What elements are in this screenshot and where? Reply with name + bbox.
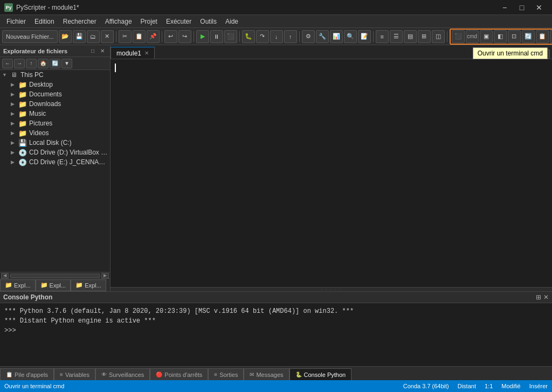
fe-bottom-tabs: 📁 Expl... 📁 Expl... 📁 Expl... <box>0 278 110 291</box>
tb-hl3[interactable]: ▣ <box>480 30 493 43</box>
tree-item-videos[interactable]: ▶ 📁 Videos <box>0 128 110 138</box>
menu-fichier[interactable]: Fichier <box>2 17 30 26</box>
menu-outils[interactable]: Outils <box>196 17 221 26</box>
window-title: PyScripter - module1* <box>16 4 79 11</box>
fe-refresh[interactable]: 🔄 <box>50 59 60 68</box>
tb-extra2[interactable]: 🔧 <box>316 30 329 43</box>
fe-nav-home[interactable]: 🏠 <box>38 59 49 68</box>
paste-button[interactable]: 📌 <box>147 30 160 43</box>
step-out-button[interactable]: ↑ <box>284 30 297 43</box>
menu-bar: Fichier Edition Rechercher Affichage Pro… <box>0 15 552 28</box>
console-prompt-line: >>> <box>4 326 548 335</box>
fe-tab-2[interactable]: 📁 Expl... <box>36 279 71 291</box>
menu-aide[interactable]: Aide <box>221 17 243 26</box>
tb-extra8[interactable]: ▤ <box>404 30 417 43</box>
maximize-button[interactable]: □ <box>513 1 530 14</box>
terminal-icon-button[interactable]: ⬛ <box>452 30 465 43</box>
menu-affichage[interactable]: Affichage <box>101 17 136 26</box>
tb-extra9[interactable]: ⊞ <box>418 30 431 43</box>
tab-pile-appels[interactable]: 📋 Pile d'appels <box>0 368 54 380</box>
pause-button[interactable]: ⏸ <box>210 30 223 43</box>
fe-tab1-label: Expl... <box>14 282 31 289</box>
debug-button[interactable]: 🐛 <box>242 30 255 43</box>
cmd-button[interactable]: cmd <box>466 30 479 43</box>
tree-item-desktop[interactable]: ▶ 📁 Desktop <box>0 80 110 89</box>
fe-float-button[interactable]: □ <box>88 47 97 55</box>
menu-executer[interactable]: Exécuter <box>162 17 196 26</box>
fe-tab-3[interactable]: 📁 Expl... <box>71 279 106 291</box>
status-distant: Distant <box>458 383 476 389</box>
window-controls: − □ ✕ <box>496 1 548 14</box>
menu-edition[interactable]: Edition <box>30 17 59 26</box>
close-button-tb[interactable]: ✕ <box>101 30 114 43</box>
redo-button[interactable]: ↪ <box>178 30 191 43</box>
tab-console-python[interactable]: 🐍 Console Python <box>289 368 352 380</box>
undo-button[interactable]: ↩ <box>164 30 177 43</box>
editor-side-btn1[interactable]: 📂 <box>515 49 526 59</box>
tab-variables[interactable]: ≡ Variables <box>54 368 95 380</box>
editor-content[interactable] <box>111 59 552 287</box>
fe-nav-up[interactable]: ↑ <box>26 59 37 68</box>
tab-surveillances[interactable]: 👁 Surveillances <box>95 368 150 380</box>
step-over-button[interactable]: ↷ <box>256 30 269 43</box>
scroll-right-arrow[interactable]: ▶ <box>101 273 109 278</box>
minimize-button[interactable]: − <box>496 1 513 14</box>
console-float-btn[interactable]: ⊞ <box>536 293 541 301</box>
fe-scrollbar-track[interactable] <box>10 274 100 278</box>
folder-icon-documents: 📁 <box>18 90 27 98</box>
tb-hl8[interactable]: ℹ <box>550 30 552 43</box>
tb-extra3[interactable]: 📊 <box>330 30 343 43</box>
tb-hl4[interactable]: ◧ <box>494 30 507 43</box>
editor-splitter[interactable]: · · · · · <box>111 287 552 291</box>
editor-side-btn3[interactable]: ⊞ <box>539 49 550 59</box>
tree-item-documents[interactable]: ▶ 📁 Documents <box>0 89 110 99</box>
copy-button[interactable]: 📋 <box>133 30 146 43</box>
tb-hl7[interactable]: 📋 <box>536 30 549 43</box>
tab-points-arrets[interactable]: 🔴 Points d'arrêts <box>150 368 208 380</box>
tree-item-pictures[interactable]: ▶ 📁 Pictures <box>0 118 110 128</box>
expander-documents: ▶ <box>11 92 18 97</box>
tree-item-thispc[interactable]: ▼ 🖥 This PC <box>0 70 110 80</box>
new-file-button[interactable]: Nouveau Fichier... <box>2 30 58 43</box>
cursor <box>115 64 116 72</box>
open-file-button[interactable]: 📂 <box>59 30 72 43</box>
editor-side-btn2[interactable]: ◧ <box>527 49 538 59</box>
tree-item-localdisk[interactable]: ▶ 💾 Local Disk (C:) <box>0 138 110 148</box>
step-into-button[interactable]: ↓ <box>270 30 283 43</box>
save-button[interactable]: 💾 <box>73 30 86 43</box>
tb-extra1[interactable]: ⚙ <box>302 30 315 43</box>
console-close-btn[interactable]: ✕ <box>543 293 549 301</box>
tb-extra6[interactable]: ≡ <box>376 30 389 43</box>
editor-tab-close[interactable]: ✕ <box>144 50 149 56</box>
tree-item-music[interactable]: ▶ 📁 Music <box>0 109 110 118</box>
file-tree: ▼ 🖥 This PC ▶ 📁 Desktop ▶ 📁 Documents ▶ … <box>0 70 110 272</box>
cut-button[interactable]: ✂ <box>119 30 132 43</box>
scroll-left-arrow[interactable]: ◀ <box>1 273 9 278</box>
tb-extra10[interactable]: ◫ <box>432 30 445 43</box>
tb-extra7[interactable]: ☰ <box>390 30 403 43</box>
fe-filter[interactable]: ▼ <box>61 59 72 68</box>
tab-sorties[interactable]: ≡ Sorties <box>208 368 244 380</box>
tb-hl6[interactable]: 🔄 <box>522 30 535 43</box>
editor-tab-module1[interactable]: module1 ✕ <box>111 47 155 59</box>
tb-extra5[interactable]: 📝 <box>358 30 371 43</box>
run-button[interactable]: ▶ <box>196 30 209 43</box>
bottom-tabs-bar: 📋 Pile d'appels ≡ Variables 👁 Surveillan… <box>0 366 552 380</box>
save-all-button[interactable]: 🗂 <box>87 30 100 43</box>
tb-hl5[interactable]: ⊡ <box>508 30 521 43</box>
tree-item-downloads[interactable]: ▶ 📁 Downloads <box>0 99 110 109</box>
stop-button[interactable]: ⬛ <box>224 30 237 43</box>
close-button[interactable]: ✕ <box>530 1 548 14</box>
tree-label-localdisk: Local Disk (C:) <box>29 139 72 146</box>
tb-extra4[interactable]: 🔍 <box>344 30 357 43</box>
menu-projet[interactable]: Projet <box>136 17 162 26</box>
fe-nav-back[interactable]: ← <box>2 59 13 68</box>
menu-rechercher[interactable]: Rechercher <box>59 17 101 26</box>
fe-close-button[interactable]: ✕ <box>98 47 107 55</box>
fe-nav-forward[interactable]: → <box>14 59 25 68</box>
console-output[interactable]: *** Python 3.7.6 (default, Jan 8 2020, 2… <box>0 303 552 366</box>
fe-tab-1[interactable]: 📁 Expl... <box>0 279 36 291</box>
tree-item-cdd[interactable]: ▶ 💿 CD Drive (D:) VirtualBox Gue <box>0 148 110 157</box>
tree-item-cde[interactable]: ▶ 💿 CD Drive (E:) J_CENNA_X64F <box>0 157 110 167</box>
tab-messages[interactable]: ✉ Messages <box>244 368 289 380</box>
